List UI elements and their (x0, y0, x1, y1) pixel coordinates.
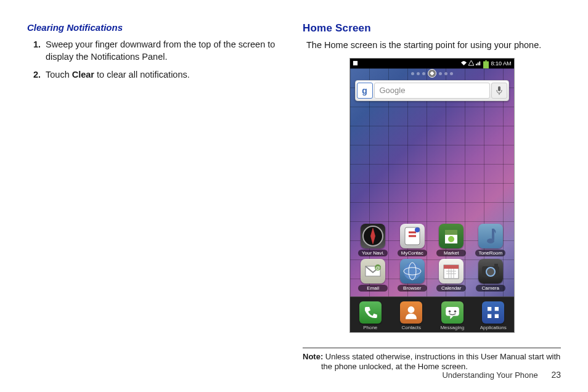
mycontact-icon (400, 224, 425, 248)
signal-icon (476, 60, 481, 66)
app-mycontac[interactable]: MyContac (395, 224, 430, 256)
svg-rect-20 (494, 264, 498, 267)
app-label: Applications (480, 325, 507, 330)
app-contacts[interactable]: Contacts (394, 301, 428, 330)
page-dot (439, 72, 442, 75)
step-text: Sweep your finger downward from the top … (46, 39, 285, 63)
svg-point-23 (448, 310, 451, 312)
step-text: Touch Clear to clear all notifications. (46, 69, 190, 81)
dock: PhoneContactsMessagingApplications (350, 296, 514, 332)
footer-page-number: 23 (551, 370, 561, 380)
app-phone[interactable]: Phone (353, 301, 388, 330)
wifi-icon (461, 60, 467, 66)
app-market[interactable]: Market (434, 224, 468, 256)
app-browser[interactable]: Browser (395, 259, 430, 292)
page-dot (417, 72, 420, 75)
app-label: MyContac (401, 250, 424, 256)
compass-icon (361, 224, 385, 248)
app-messaging[interactable]: Messaging (435, 301, 470, 330)
notification-icon (353, 60, 358, 66)
market-icon (439, 224, 463, 248)
svg-rect-27 (488, 314, 491, 317)
phone-frame: 8:10 AM 4 g Google (349, 58, 515, 333)
clearing-notifications-heading: Clearing Notifications (27, 22, 285, 33)
step-number: 2. (27, 69, 46, 81)
chat-icon (441, 301, 463, 324)
app-calendar[interactable]: Calendar (434, 259, 468, 292)
page-dot-current: 4 (428, 69, 436, 78)
app-label: Messaging (440, 325, 464, 330)
google-search-widget[interactable]: g Google (355, 80, 509, 101)
svg-point-21 (408, 306, 415, 313)
app-label: Your Navi. (361, 250, 385, 256)
phone-screenshot: 8:10 AM 4 g Google (303, 58, 561, 333)
battery-icon (483, 60, 489, 66)
app-label: ToneRoom (478, 250, 502, 256)
page-dot (450, 72, 453, 75)
svg-point-9 (487, 239, 494, 243)
app-email[interactable]: @Email (356, 259, 390, 292)
google-g-icon[interactable]: g (357, 83, 373, 99)
right-column: Home Screen The Home screen is the start… (303, 22, 561, 372)
svg-point-13 (404, 263, 421, 280)
person-icon (400, 301, 422, 324)
status-bar: 8:10 AM (350, 59, 514, 68)
left-column: Clearing Notifications 1. Sweep your fin… (27, 22, 285, 372)
voice-search-button[interactable] (491, 83, 507, 99)
app-label: Email (361, 285, 385, 291)
camera-icon (478, 259, 503, 284)
clock-text: 8:10 AM (491, 60, 511, 67)
app-label: Market (439, 250, 463, 256)
music-icon (478, 224, 503, 248)
svg-point-24 (454, 310, 456, 312)
svg-rect-2 (485, 60, 487, 62)
app-label: Contacts (401, 325, 421, 330)
home-screen-intro: The Home screen is the starting point fo… (303, 39, 561, 52)
svg-rect-17 (444, 265, 459, 269)
app-label: Camera (479, 285, 502, 291)
step-2: 2. Touch Clear to clear all notification… (27, 69, 285, 81)
step-number: 1. (27, 39, 46, 63)
app-label: Browser (401, 285, 424, 291)
home-screen-heading: Home Screen (303, 22, 561, 35)
app-label: Phone (363, 325, 377, 330)
app-toneroom[interactable]: ToneRoom (473, 224, 508, 256)
page-footer: Understanding Your Phone 23 (442, 370, 561, 380)
search-input[interactable]: Google (374, 83, 490, 99)
calendar-icon (439, 259, 463, 284)
globe-icon (400, 259, 425, 284)
svg-text:@: @ (375, 265, 380, 271)
page-dot (444, 72, 447, 75)
page-dot (422, 72, 425, 75)
warning-icon (468, 60, 474, 66)
page-dot (411, 72, 414, 75)
phone-icon (359, 301, 382, 324)
steps-list: 1. Sweep your finger downward from the t… (27, 39, 285, 81)
app-grid: Your Navi.MyContacMarketToneRoom @EmailB… (350, 105, 514, 296)
svg-point-7 (415, 227, 420, 232)
svg-rect-3 (498, 86, 500, 91)
svg-rect-25 (488, 307, 491, 311)
app-applications[interactable]: Applications (476, 301, 510, 330)
home-screen-wallpaper: 4 g Google Your Navi.MyContacMarketToneR (350, 68, 514, 296)
svg-rect-0 (353, 61, 357, 65)
app-camera[interactable]: Camera (473, 259, 508, 292)
svg-point-8 (448, 236, 454, 242)
divider (303, 348, 561, 348)
svg-rect-26 (495, 307, 499, 311)
email-icon: @ (361, 259, 385, 284)
footer-section: Understanding Your Phone (442, 370, 537, 380)
app-your-navi-[interactable]: Your Navi. (356, 224, 390, 256)
app-label: Calendar (439, 285, 463, 291)
page-indicator: 4 (350, 68, 514, 79)
svg-rect-28 (495, 314, 499, 317)
grid-icon (482, 301, 504, 324)
svg-point-19 (486, 267, 495, 276)
step-1: 1. Sweep your finger downward from the t… (27, 39, 285, 63)
microphone-icon (496, 86, 503, 96)
